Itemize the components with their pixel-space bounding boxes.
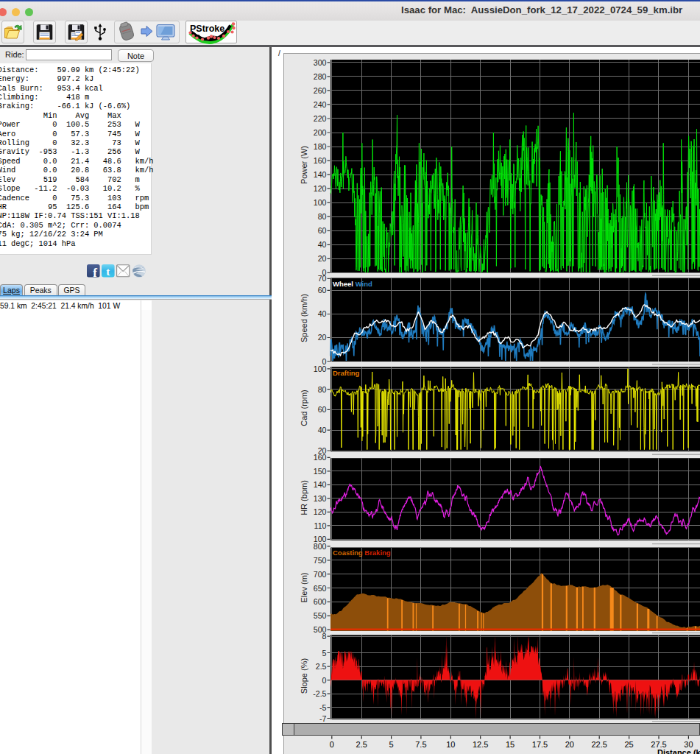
svg-text:t: t: [106, 265, 110, 277]
svg-text:f: f: [93, 266, 97, 278]
svg-text:PStroke: PStroke: [190, 24, 225, 34]
